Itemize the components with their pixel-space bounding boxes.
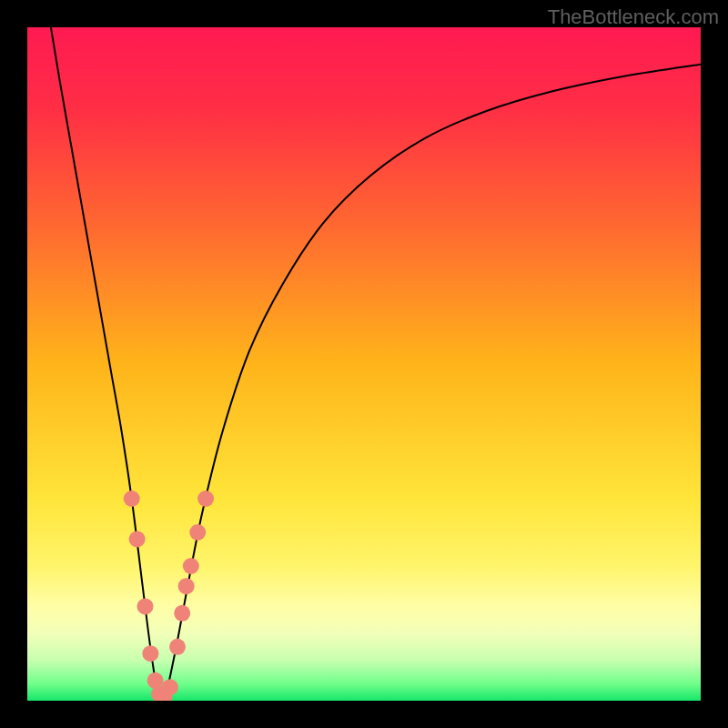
marker-dot bbox=[124, 490, 140, 507]
attribution-text: TheBottleneck.com bbox=[548, 5, 719, 29]
marker-dot bbox=[129, 531, 146, 547]
marker-dot bbox=[183, 558, 199, 574]
marker-dot bbox=[197, 490, 214, 507]
plot-area bbox=[27, 27, 701, 701]
chart-svg bbox=[27, 27, 701, 701]
marker-dot bbox=[162, 679, 178, 695]
marker-dot bbox=[189, 524, 206, 541]
marker-dot bbox=[178, 578, 195, 594]
marker-dot bbox=[137, 598, 154, 614]
chart-frame: TheBottleneck.com bbox=[0, 0, 728, 728]
marker-dot bbox=[169, 639, 186, 655]
marker-dot bbox=[174, 605, 190, 622]
gradient-background bbox=[27, 27, 701, 701]
marker-dot bbox=[142, 645, 158, 662]
